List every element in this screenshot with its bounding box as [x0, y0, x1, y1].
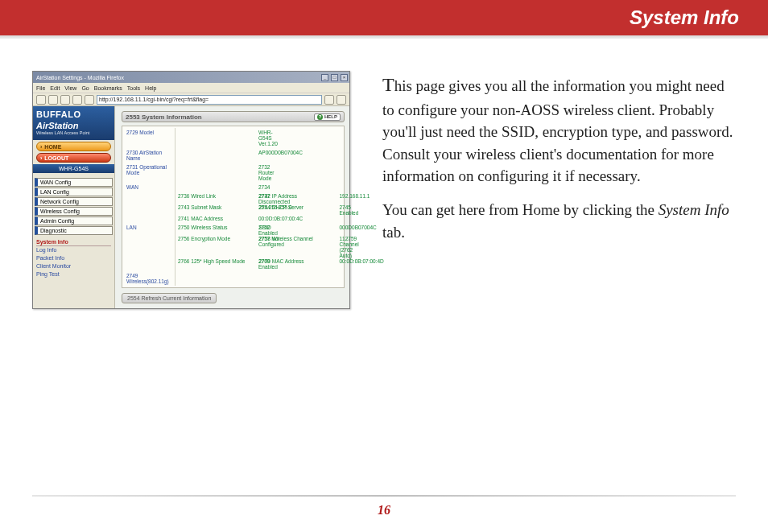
kv-key: 2736 Wired Link	[178, 193, 258, 204]
menu-item[interactable]: Help	[145, 85, 156, 91]
row-label: WAN	[124, 183, 175, 192]
kv-key: 2742 IP Address	[259, 193, 340, 204]
forward-icon[interactable]	[48, 95, 58, 105]
body-text: This page gives you all the information …	[382, 71, 736, 309]
help-icon: ?	[317, 114, 323, 120]
kv-key: 2744 DHCP Server	[259, 204, 340, 216]
left-sidebar: BUFFALO AirStation Wireless LAN Access P…	[33, 106, 115, 308]
kv-key: 2758 Wireless Channel	[259, 236, 340, 258]
tab-lan-config[interactable]: LAN Config	[35, 188, 113, 196]
info-table: 2729 ModelWHR-G54S Ver.1.202730 AirStati…	[122, 126, 345, 288]
menu-item[interactable]: View	[64, 85, 76, 91]
link-ping-test[interactable]: Ping Test	[36, 270, 111, 278]
row-label: 2730 AirStation Name	[124, 148, 175, 163]
table-row: 2729 ModelWHR-G54S Ver.1.20	[124, 128, 342, 148]
kv-value: AP000D0B07004C	[258, 150, 303, 161]
kv-pair: 2770 MAC Address00:0D:0B:07:00:4D	[259, 258, 341, 270]
kv-pair: 2741 MAC Address00:0D:0B:07:00:4C	[178, 216, 259, 221]
page-title: System Info	[630, 6, 739, 29]
footer-rule	[32, 495, 736, 497]
kv-key: 2741 MAC Address	[178, 216, 258, 221]
header-bar: System Info	[0, 0, 768, 35]
row-values: AP000D0B07004C	[175, 148, 342, 163]
config-tabs: WAN Config LAN Config Network Config Wir…	[35, 178, 113, 235]
go-icon[interactable]	[324, 95, 334, 105]
table-row: LAN2750 Wireless Status2752 EnabledSSID0…	[124, 223, 342, 271]
window-buttons: _ □ ×	[320, 74, 348, 81]
kv-value: 000D0B07004C	[340, 225, 377, 236]
table-row: 2736 Wired Link2737 Disconnected2742 IP …	[124, 192, 342, 223]
panel-title-text: 2553 System Information	[126, 113, 202, 121]
menu-item[interactable]: Edit	[50, 85, 60, 91]
kv-pair: 2758 Wireless Channel112759 Channel (276…	[259, 236, 341, 258]
brand-sub: Wireless LAN Access Point	[36, 130, 111, 135]
bookmark-icon[interactable]	[337, 95, 346, 105]
paragraph-1: This page gives you all the information …	[382, 71, 736, 188]
kv-pair: 2736 Wired Link2737 Disconnected	[178, 193, 259, 204]
browser-menubar: File Edit View Go Bookmarks Tools Help	[33, 83, 349, 93]
back-icon[interactable]	[36, 95, 46, 105]
help-button[interactable]: ? HELP	[314, 113, 341, 121]
tab-network-config[interactable]: Network Config	[35, 197, 113, 206]
kv-value: WHR-G54S Ver.1.20	[258, 130, 278, 146]
kv-value: 2732 Router Mode	[258, 164, 275, 181]
close-icon: ×	[341, 74, 348, 81]
row-label: LAN	[124, 223, 175, 271]
kv-pair: 2744 DHCP Server2745 Enabled	[259, 204, 341, 216]
menu-item[interactable]: File	[36, 85, 45, 91]
stop-icon[interactable]	[72, 95, 82, 105]
home-button[interactable]: › HOME	[36, 142, 111, 151]
tab-wireless-config[interactable]: Wireless Config	[35, 207, 113, 216]
p2-a: You can get here from Home by clicking t…	[382, 201, 659, 218]
link-client-monitor[interactable]: Client Monitor	[36, 262, 111, 270]
maximize-icon: □	[331, 74, 338, 81]
kv-pair: 2742 IP Address192.168.11.1	[259, 193, 341, 204]
brand-panel: BUFFALO AirStation Wireless LAN Access P…	[33, 106, 114, 140]
home-button-label: HOME	[44, 144, 61, 150]
tab-admin-config[interactable]: Admin Config	[35, 217, 113, 225]
row-values: 2734	[175, 183, 342, 192]
logout-button-label: LOGOUT	[44, 155, 68, 161]
kv-value: 2745 Enabled	[340, 204, 359, 216]
menu-item[interactable]: Tools	[127, 85, 140, 91]
paragraph-1-text: his page gives you all the information y…	[382, 77, 733, 184]
page-number: 16	[32, 503, 736, 518]
kv-value: 00:0D:0B:07:00:4D	[340, 258, 384, 270]
menu-item[interactable]: Go	[81, 85, 89, 91]
window-title: AirStation Settings - Mozilla Firefox	[36, 75, 124, 80]
kv-pair: AP000D0B07004C	[178, 150, 259, 161]
brand-name: BUFFALO	[36, 109, 111, 119]
kv-key	[178, 150, 258, 161]
kv-pair: 2734	[178, 184, 259, 190]
row-label: 2729 Model	[124, 128, 175, 148]
model-label: WHR-G54S	[33, 164, 114, 173]
dropcap: T	[382, 74, 394, 95]
address-bar: http://192.168.11.1/cgi-bin/cgi?req=frt&…	[33, 93, 349, 105]
kv-pair: 2766 125* High Speed Mode2769 Enabled	[178, 258, 259, 270]
link-packet-info[interactable]: Packet Info	[36, 254, 111, 262]
row-label	[124, 192, 175, 223]
tab-wan-config[interactable]: WAN Config	[35, 178, 113, 187]
kv-key: 2756 Encryption Mode	[178, 236, 258, 258]
help-label: HELP	[324, 114, 337, 119]
row-values: 2750 Wireless Status2752 EnabledSSID000D…	[175, 223, 342, 271]
logout-button[interactable]: › LOGOUT	[36, 153, 111, 163]
row-values	[175, 271, 342, 286]
kv-value: 192.168.11.1	[340, 193, 370, 204]
menu-item[interactable]: Bookmarks	[94, 85, 122, 91]
tab-diagnostic[interactable]: Diagnostic	[35, 226, 113, 235]
kv-key: 2750 Wireless Status	[178, 225, 258, 236]
home-icon[interactable]	[85, 95, 94, 105]
url-field[interactable]: http://192.168.11.1/cgi-bin/cgi?req=frt&…	[97, 95, 322, 105]
link-system-info[interactable]: System Info	[36, 238, 111, 246]
kv-key: 2766 125* High Speed Mode	[178, 258, 258, 270]
refresh-button[interactable]: 2554 Refresh Current Information	[122, 293, 217, 303]
embedded-screenshot: AirStation Settings - Mozilla Firefox _ …	[32, 71, 350, 309]
reload-icon[interactable]	[60, 95, 70, 105]
link-log-info[interactable]: Log Info	[36, 246, 111, 254]
chevron-right-icon: ›	[40, 144, 42, 150]
kv-pair: 2750 Wireless Status2752 Enabled	[178, 225, 259, 236]
minimize-icon: _	[321, 74, 328, 81]
kv-key	[178, 184, 258, 190]
row-values: 2736 Wired Link2737 Disconnected2742 IP …	[175, 192, 342, 223]
